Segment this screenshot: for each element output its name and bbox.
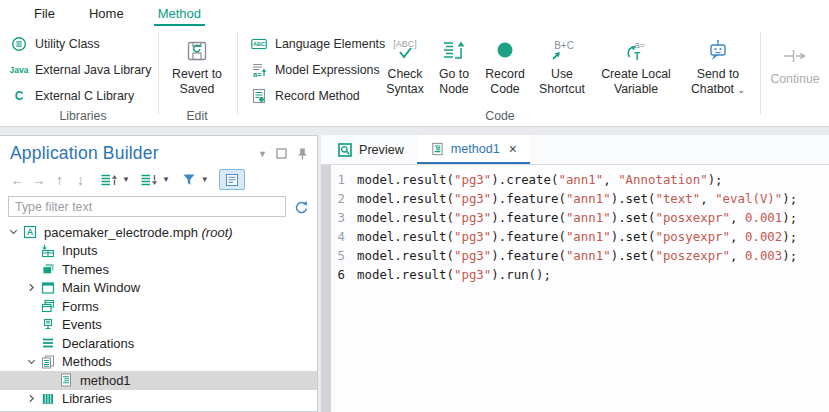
line-number: 6 xyxy=(331,265,357,284)
tree-item-events[interactable]: Events xyxy=(0,316,317,335)
tree-item-method1[interactable]: method1 xyxy=(0,371,317,390)
go-to-node-icon xyxy=(440,34,468,67)
utility-class-button[interactable]: Utility Class xyxy=(6,32,155,56)
chevron-down-icon[interactable]: ▼ xyxy=(122,175,130,184)
show-node-names-toggle[interactable] xyxy=(219,169,245,190)
down-arrow-icon[interactable]: ↓ xyxy=(72,172,89,188)
tree-item-methods[interactable]: Methods xyxy=(0,353,317,372)
tree-indent xyxy=(24,299,39,314)
tree-item-pacemaker-electrode-mph[interactable]: Apacemaker_electrode.mph (root) xyxy=(0,223,317,242)
external-c-library-label: External C Library xyxy=(35,89,134,103)
tree-item-libraries[interactable]: Libraries xyxy=(0,390,317,409)
up-arrow-icon[interactable]: ↑ xyxy=(51,172,68,188)
record-method-icon xyxy=(250,87,268,105)
java-icon: Java xyxy=(10,61,28,79)
code-text[interactable]: model.result("pg3").feature("ann1").set(… xyxy=(357,246,797,265)
create-local-variable-button[interactable]: a=T Create Local Variable xyxy=(594,29,678,97)
tree-item-main-window[interactable]: Main Window xyxy=(0,279,317,298)
record-code-icon xyxy=(492,34,518,67)
forward-arrow-icon[interactable]: → xyxy=(30,172,47,188)
panel-menu-chevron-icon[interactable]: ▼ xyxy=(258,149,267,159)
close-tab-icon[interactable]: × xyxy=(509,141,517,157)
use-shortcut-icon: B+C xyxy=(547,34,577,67)
chevron-right-icon[interactable] xyxy=(24,391,39,406)
go-to-node-button[interactable]: Go to Node xyxy=(432,29,476,97)
record-method-label: Record Method xyxy=(275,89,360,103)
ribbon-tab-bar: File Home Method xyxy=(0,0,829,26)
use-shortcut-button[interactable]: B+C Use Shortcut xyxy=(534,29,590,97)
continue-button[interactable]: Continue xyxy=(766,34,824,87)
tree-item-declarations[interactable]: Declarations xyxy=(0,334,317,353)
tree-item-inputs[interactable]: Inputs xyxy=(0,242,317,261)
code-line[interactable]: 5model.result("pg3").feature("ann1").set… xyxy=(331,246,829,265)
record-code-button[interactable]: Record Code xyxy=(480,29,530,97)
chevron-right-icon[interactable] xyxy=(24,280,39,295)
code-text[interactable]: model.result("pg3").run(); xyxy=(357,265,551,284)
code-line[interactable]: 3model.result("pg3").feature("ann1").set… xyxy=(331,208,829,227)
code-text[interactable]: model.result("pg3").feature("ann1").set(… xyxy=(357,189,797,208)
check-syntax-button[interactable]: [ABC] Check Syntax xyxy=(382,29,428,97)
revert-to-saved-label: Revert to Saved xyxy=(162,67,232,97)
tree-item-label: pacemaker_electrode.mph (root) xyxy=(44,225,233,240)
tab-preview[interactable]: Preview xyxy=(324,135,417,164)
move-up-icon[interactable] xyxy=(99,172,118,188)
filter-input[interactable] xyxy=(8,196,286,217)
chevron-down-icon[interactable] xyxy=(6,225,21,240)
svg-text:ABC: ABC xyxy=(253,41,265,47)
tree-item-label: Inputs xyxy=(62,243,97,258)
revert-to-saved-button[interactable]: Revert to Saved xyxy=(162,29,232,97)
filter-icon[interactable] xyxy=(181,172,197,187)
method-doc-icon xyxy=(430,141,445,157)
model-expressions-button[interactable]: a= Model Expressions xyxy=(246,58,389,82)
themes-icon xyxy=(39,261,56,277)
pin-icon[interactable] xyxy=(296,147,309,161)
inputs-icon xyxy=(39,243,56,259)
code-line[interactable]: 2model.result("pg3").feature("ann1").set… xyxy=(331,189,829,208)
tab-method1[interactable]: method1 × xyxy=(417,135,530,164)
float-window-icon[interactable] xyxy=(276,148,287,159)
code-area[interactable]: 1model.result("pg3").create("ann1", "Ann… xyxy=(321,165,829,412)
external-c-library-button[interactable]: C External C Library xyxy=(6,84,155,108)
code-line[interactable]: 4model.result("pg3").feature("ann1").set… xyxy=(331,227,829,246)
tab-method[interactable]: Method xyxy=(154,2,205,26)
code-text[interactable]: model.result("pg3").create("ann1", "Anno… xyxy=(357,170,723,189)
refresh-icon[interactable] xyxy=(292,199,309,215)
chevron-down-icon[interactable]: ▼ xyxy=(201,175,209,184)
group-code-big-buttons: [ABC] Check Syntax Go to Node Record Cod… xyxy=(382,29,754,98)
breakpoint-margin[interactable] xyxy=(321,165,331,412)
filter-row xyxy=(0,194,317,221)
group-label-edit: Edit xyxy=(162,109,232,123)
group-code-stack: ABC Language Elements a= Model Expressio… xyxy=(246,32,389,108)
svg-text:a=: a= xyxy=(635,38,646,49)
tree-item-forms[interactable]: Forms xyxy=(0,297,317,316)
tree-item-label: Main Window xyxy=(62,280,140,295)
svg-text:B+C: B+C xyxy=(554,40,574,51)
chevron-down-icon[interactable]: ▼ xyxy=(162,175,170,184)
code-text[interactable]: model.result("pg3").feature("ann1").set(… xyxy=(357,208,797,227)
external-java-library-button[interactable]: Java External Java Library xyxy=(6,58,155,82)
move-down-icon[interactable] xyxy=(139,172,158,188)
window-icon xyxy=(39,280,56,296)
group-label-code: Code xyxy=(246,109,754,123)
application-builder-panel: Application Builder ▼ ← → ↑ ↓ ▼ ▼ ▼ xyxy=(0,135,318,412)
use-shortcut-label: Use Shortcut xyxy=(534,67,590,97)
record-code-label: Record Code xyxy=(480,67,530,97)
code-line[interactable]: 1model.result("pg3").create("ann1", "Ann… xyxy=(331,170,829,189)
send-to-chatbot-button[interactable]: Send to Chatbot ⌄ xyxy=(682,29,754,98)
code-text[interactable]: model.result("pg3").feature("ann1").set(… xyxy=(357,227,797,246)
tab-method1-label: method1 xyxy=(451,142,500,156)
continue-label: Continue xyxy=(770,72,819,87)
tree-item-themes[interactable]: Themes xyxy=(0,260,317,279)
tree-item-label: Themes xyxy=(62,262,109,277)
svg-text:[ABC]: [ABC] xyxy=(393,39,417,49)
back-arrow-icon[interactable]: ← xyxy=(9,172,26,188)
tree-indent xyxy=(24,243,39,258)
record-method-button[interactable]: Record Method xyxy=(246,84,389,108)
tree-indent xyxy=(24,262,39,277)
code-line[interactable]: 6model.result("pg3").run(); xyxy=(331,265,829,284)
tab-file[interactable]: File xyxy=(30,2,59,26)
language-elements-icon: ABC xyxy=(250,35,268,53)
chevron-down-icon[interactable] xyxy=(24,354,39,369)
tab-home[interactable]: Home xyxy=(85,2,128,26)
language-elements-button[interactable]: ABC Language Elements xyxy=(246,32,389,56)
